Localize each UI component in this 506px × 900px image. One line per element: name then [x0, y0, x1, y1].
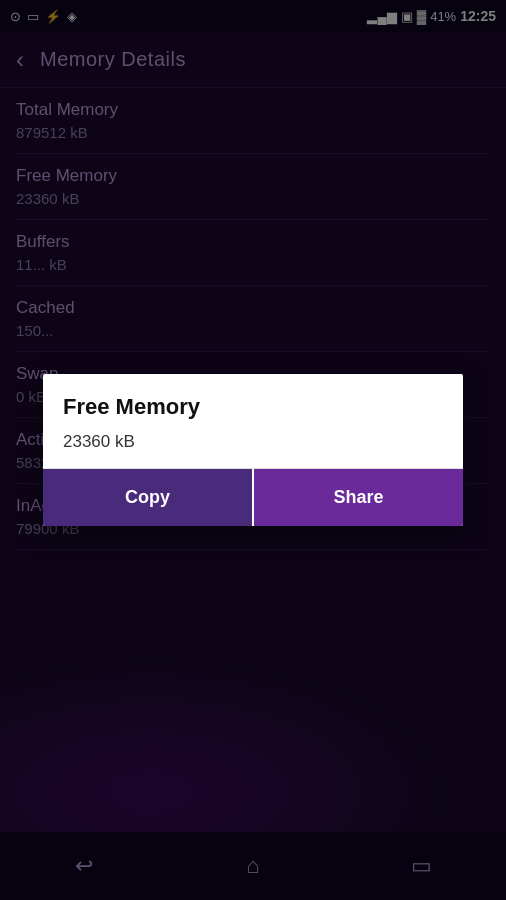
dialog-overlay: Free Memory 23360 kB Copy Share [0, 0, 506, 900]
dialog-body: Free Memory 23360 kB [43, 374, 463, 468]
copy-share-dialog: Free Memory 23360 kB Copy Share [43, 374, 463, 526]
copy-button[interactable]: Copy [43, 469, 254, 526]
share-button[interactable]: Share [254, 469, 463, 526]
dialog-title: Free Memory [63, 394, 443, 420]
dialog-buttons: Copy Share [43, 468, 463, 526]
dialog-memory-value: 23360 kB [63, 432, 443, 452]
